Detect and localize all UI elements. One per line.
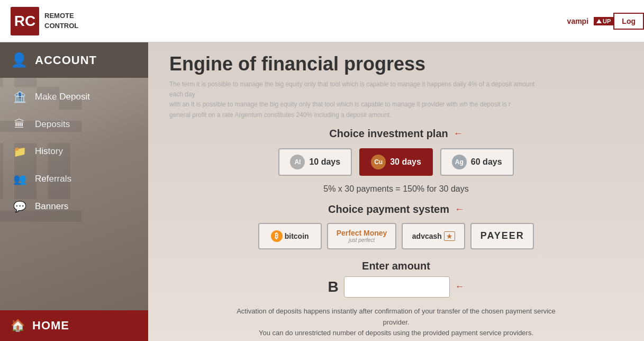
amount-currency-label: B — [328, 279, 338, 295]
top-bar: RC REMOTE CONTROL vampi UP Log — [0, 0, 644, 42]
nav-label-referrals: Referrals — [35, 174, 71, 184]
pm-container: Perfect Money just perfect — [337, 229, 387, 243]
amount-arrow-icon: ← — [455, 281, 465, 292]
payment-section: Choice payment system ← ₿ bitcoin Perfec… — [169, 203, 623, 249]
home-footer[interactable]: 🏠 HOME — [0, 310, 148, 341]
info-text: Activation of deposits happens instantly… — [227, 306, 566, 339]
pm-sub: just perfect — [337, 237, 387, 243]
logo-area: RC REMOTE CONTROL — [0, 7, 148, 35]
plan-btn-ag[interactable]: Ag 60 days — [440, 148, 514, 176]
hero-text: The term it is possible to manage the bi… — [169, 79, 540, 120]
hero-title: Engine of financial progress — [169, 53, 623, 75]
up-arrow-icon — [596, 19, 602, 23]
ag-badge: Ag — [452, 155, 467, 169]
adv-container: advcash ★ — [412, 231, 455, 241]
nav-label-deposits: Deposits — [35, 119, 70, 130]
payment-btn-perfectmoney[interactable]: Perfect Money just perfect — [327, 223, 397, 249]
top-right: vampi UP Log — [562, 13, 644, 30]
plan-section: Choice investment plan ← Al 10 days Cu 3… — [169, 128, 623, 194]
ag-label: 60 days — [471, 157, 502, 167]
btc-text: bitcoin — [285, 232, 309, 240]
sidebar: 👤 ACCOUNT 🏦 Make Deposit 🏛 Deposits 📁 Hi… — [0, 42, 148, 341]
bitcoin-logo: ₿ bitcoin — [271, 230, 309, 242]
plan-section-title: Choice investment plan — [329, 128, 448, 140]
plan-info: 5% x 30 payments = 150% for 30 days — [169, 184, 623, 194]
amount-row: B ← — [169, 276, 623, 298]
nav-item-deposits[interactable]: 🏛 Deposits — [0, 111, 148, 138]
plan-btn-cu[interactable]: Cu 30 days — [359, 148, 433, 176]
plan-buttons: Al 10 days Cu 30 days Ag 60 days — [169, 148, 623, 176]
nav-label-banners: Banners — [35, 201, 68, 212]
adv-text: advcash — [412, 232, 442, 240]
btc-circle: ₿ — [271, 230, 283, 242]
home-icon: 🏠 — [11, 319, 25, 333]
username-label: vampi — [562, 17, 594, 25]
al-label: 10 days — [309, 157, 340, 167]
adv-star-icon: ★ — [444, 231, 455, 241]
history-icon: 📁 — [13, 145, 26, 158]
up-badge: UP — [594, 17, 613, 25]
payment-buttons: ₿ bitcoin Perfect Money just perfect adv… — [169, 223, 623, 249]
nav-label-make-deposit: Make Deposit — [35, 92, 90, 102]
home-label: HOME — [32, 319, 69, 333]
deposit-icon: 🏦 — [13, 91, 26, 103]
pm-label: Perfect Money — [337, 229, 387, 237]
hero-area: Engine of financial progress The term it… — [169, 53, 623, 120]
nav-label-history: History — [35, 146, 63, 157]
logo-text: REMOTE CONTROL — [44, 11, 78, 30]
plan-btn-al[interactable]: Al 10 days — [278, 148, 352, 176]
payment-btn-payeer[interactable]: PAYEER — [470, 223, 534, 249]
plan-arrow-icon: ← — [453, 128, 463, 139]
person-icon: 👤 — [11, 52, 28, 68]
amount-input[interactable] — [344, 276, 450, 298]
payment-title-row: Choice payment system ← — [169, 203, 623, 216]
account-header: 👤 ACCOUNT — [0, 42, 148, 78]
nav-items: 🏦 Make Deposit 🏛 Deposits 📁 History 👥 Re… — [0, 78, 148, 310]
deposits-icon: 🏛 — [13, 118, 26, 130]
nav-item-banners[interactable]: 💬 Banners — [0, 193, 148, 220]
payment-section-title: Choice payment system — [328, 203, 449, 216]
referrals-icon: 👥 — [13, 173, 26, 185]
plan-title-row: Choice investment plan ← — [169, 128, 623, 140]
banners-icon: 💬 — [13, 200, 26, 213]
log-button[interactable]: Log — [613, 13, 644, 30]
payment-arrow-icon: ← — [455, 204, 464, 215]
payeer-text: PAYEER — [480, 230, 524, 241]
amount-section: Enter amount B ← — [169, 260, 623, 298]
main-layout: 👤 ACCOUNT 🏦 Make Deposit 🏛 Deposits 📁 Hi… — [0, 42, 644, 341]
account-label: ACCOUNT — [35, 53, 97, 67]
main-content: Engine of financial progress The term it… — [148, 42, 644, 341]
nav-item-make-deposit[interactable]: 🏦 Make Deposit — [0, 83, 148, 111]
cu-badge: Cu — [371, 155, 386, 169]
amount-title: Enter amount — [169, 260, 623, 272]
cu-label: 30 days — [390, 157, 421, 167]
nav-item-history[interactable]: 📁 History — [0, 138, 148, 165]
al-badge: Al — [290, 155, 305, 169]
logo-icon: RC — [11, 7, 39, 35]
nav-item-referrals[interactable]: 👥 Referrals — [0, 165, 148, 193]
payment-btn-bitcoin[interactable]: ₿ bitcoin — [258, 223, 322, 249]
payment-btn-advcash[interactable]: advcash ★ — [402, 223, 465, 249]
